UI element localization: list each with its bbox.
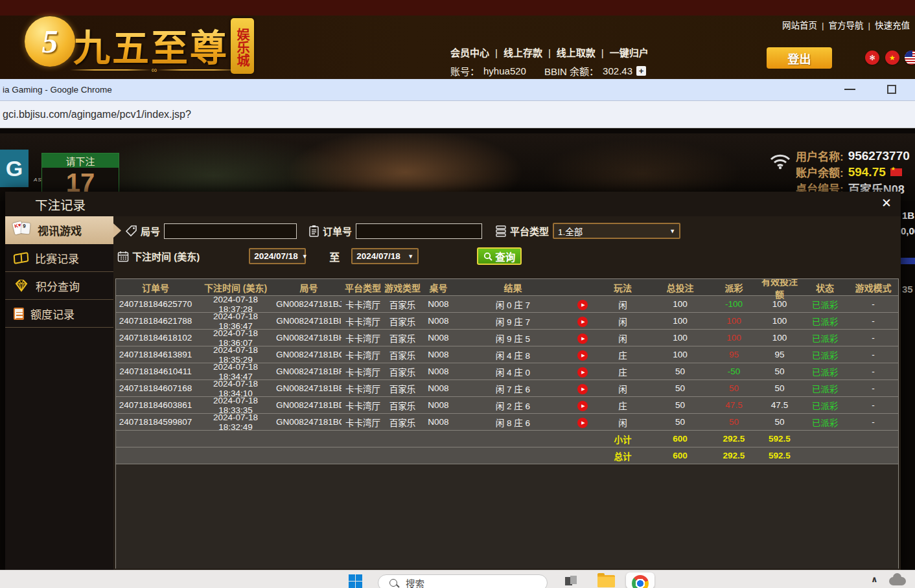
wifi-icon [769, 152, 792, 170]
chrome-taskbar-icon[interactable] [626, 572, 654, 588]
total-bet: 50 [650, 417, 710, 427]
sidebar-item-points-query[interactable]: 积分查询 [5, 272, 113, 300]
result: 闲 4 庄 8 [456, 348, 570, 361]
replay-button[interactable]: ▶ [577, 367, 588, 378]
status: 已派彩 [802, 348, 848, 361]
result: 闲 8 庄 6 [456, 416, 570, 429]
windows-taskbar: 搜索 ∧ [0, 570, 915, 588]
valid-bet: 100 [758, 333, 802, 343]
platform: 卡卡湾厅 [342, 348, 384, 361]
background-fragment: 35 [902, 284, 913, 295]
order-number-input[interactable] [356, 223, 482, 239]
header-status: 状态 [802, 281, 848, 294]
grand-total-row: 总计600292.5592.5 [116, 447, 898, 464]
game-mode: - [848, 299, 898, 309]
game-type: 百家乐 [384, 332, 421, 345]
valid-bet: 95 [758, 350, 802, 359]
minimize-button[interactable] [844, 89, 855, 90]
file-explorer-icon[interactable] [597, 575, 615, 587]
link-one-key-transfer[interactable]: 一键归户 [610, 47, 649, 58]
china-flag-icon[interactable]: ★ [885, 51, 899, 65]
task-view-icon[interactable] [565, 576, 577, 586]
chevron-down-icon: ▼ [408, 253, 413, 260]
query-button[interactable]: 查询 [477, 247, 522, 265]
top-strip [0, 0, 915, 16]
order-id: 240718184607168 [116, 383, 195, 393]
link-deposit[interactable]: 线上存款 [504, 47, 542, 58]
date-to-select[interactable]: 2024/07/18 ▼ [351, 248, 419, 264]
platform: 卡卡湾厅 [342, 298, 384, 311]
valid-bet: 100 [758, 299, 802, 309]
play-type: 闲 [596, 416, 650, 429]
header-platform: 平台类型 [342, 281, 384, 294]
date-to-value: 2024/07/18 [356, 251, 400, 261]
bet-records-table: 订单号下注时间 (美东)局号平台类型游戏类型桌号结果玩法总投注派彩有效投注额状态… [115, 278, 899, 569]
sidebar-item-video-games[interactable]: K♥9 视讯游戏 [5, 216, 113, 244]
usa-flag-icon[interactable] [905, 51, 915, 65]
valid-bet: 592.5 [758, 434, 802, 444]
windows-start-icon[interactable] [349, 574, 362, 588]
platform-type-select[interactable]: 1.全部 ▼ [553, 223, 680, 239]
game-mode: - [848, 383, 898, 393]
valid-bet: 47.5 [758, 400, 802, 410]
payout: 292.5 [710, 451, 758, 460]
payout: 100 [710, 316, 758, 326]
taskbar-search-input[interactable]: 搜索 [378, 574, 548, 588]
playing-cards-icon: K♥9 [14, 222, 31, 238]
link-official-nav[interactable]: 官方导航 [828, 21, 863, 30]
game-mode: - [848, 316, 898, 326]
onedrive-cloud-icon[interactable] [889, 577, 906, 585]
clipboard-icon [308, 225, 319, 238]
platform: 卡卡湾厅 [342, 365, 384, 378]
payout: -100 [710, 299, 758, 309]
total-bet: 600 [650, 434, 710, 444]
replay-button[interactable]: ▶ [577, 300, 588, 310]
separator: | [868, 21, 870, 30]
date-from-select[interactable]: 2024/07/18 ▼ [249, 248, 306, 264]
browser-titlebar: ia Gaming - Google Chrome [0, 79, 915, 100]
total-bet: 100 [650, 350, 710, 359]
table-row: 2407181846181022024-07-18 18:36:07GN0082… [116, 330, 898, 346]
replay-button[interactable]: ▶ [577, 334, 588, 344]
background-fragment: 0,000 [901, 225, 915, 236]
browser-urlbar[interactable]: gci.bbjisu.com/agingame/pcv1/index.jsp? [0, 100, 915, 128]
table-row: 2407181846038612024-07-18 18:33:35GN0082… [116, 397, 898, 414]
sidebar-item-quota-records[interactable]: 额度记录 [5, 300, 113, 328]
round-id: GN008247181BG [276, 350, 342, 359]
url-text[interactable]: gci.bbjisu.com/agingame/pcv1/index.jsp? [3, 109, 191, 120]
platform: 卡卡湾厅 [342, 399, 384, 412]
valid-bet: 100 [758, 316, 802, 326]
game-user-info: 用户名称:956273770 账户余额:594.75 桌台编号:百家乐N08 [796, 148, 910, 196]
link-home[interactable]: 网站首页 [782, 21, 817, 30]
round-id: GN008247181BI [276, 316, 342, 326]
round-id: GN008247181BC [276, 417, 342, 427]
platform: 卡卡湾厅 [342, 332, 384, 345]
platform: 卡卡湾厅 [342, 416, 384, 429]
replay-button[interactable]: ▶ [577, 350, 588, 361]
replay: ▶ [570, 332, 596, 344]
link-withdraw[interactable]: 线上取款 [557, 47, 596, 58]
replay-button[interactable]: ▶ [577, 418, 588, 428]
link-quick-recharge[interactable]: 快速充值 [875, 21, 910, 30]
dialog-titlebar: 下注记录 ✕ [5, 192, 901, 216]
status: 已派彩 [802, 399, 848, 412]
hongkong-flag-icon[interactable]: ✻ [865, 51, 879, 65]
sidebar-item-label: 额度记录 [30, 306, 75, 322]
logout-button[interactable]: 登出 [767, 47, 832, 69]
close-icon[interactable]: ✕ [881, 196, 892, 210]
round-number-label: 局号 [141, 224, 160, 238]
replay-button[interactable]: ▶ [577, 384, 588, 394]
tray-chevron-icon[interactable]: ∧ [871, 574, 878, 584]
round-number-input[interactable] [164, 223, 297, 239]
order-id: 240718184618102 [116, 333, 195, 343]
replay: ▶ [570, 299, 596, 310]
platform-type-value: 1.全部 [558, 225, 583, 238]
account-balance-value: 594.75 [848, 165, 886, 179]
user-name-label: 用户名称: [796, 148, 844, 164]
replay-button[interactable]: ▶ [577, 401, 588, 411]
sidebar-item-match-records[interactable]: 比赛记录 [5, 244, 113, 272]
refresh-balance-icon[interactable]: + [636, 66, 646, 76]
replay-button[interactable]: ▶ [577, 317, 588, 327]
link-member-center[interactable]: 会员中心 [450, 47, 489, 58]
maximize-button[interactable] [887, 85, 896, 94]
